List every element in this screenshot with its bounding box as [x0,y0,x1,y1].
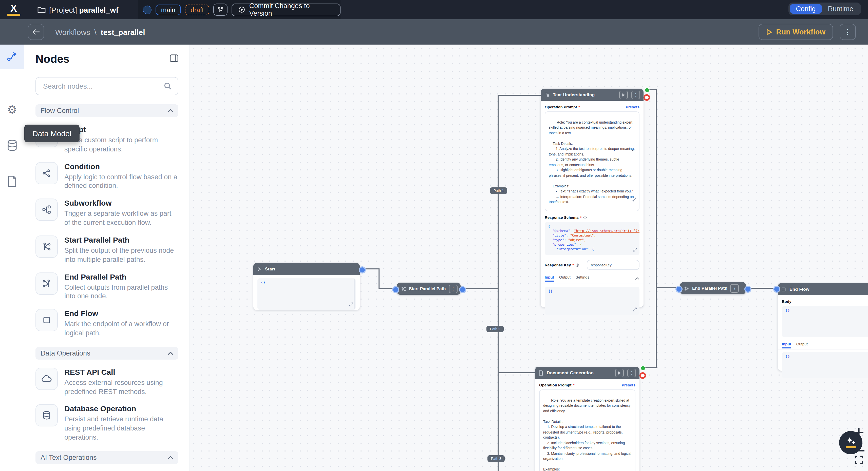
left-rail: ⚙ [0,44,25,471]
node-document-generation[interactable]: Document Generation ⋮ Operation Prompt* … [535,367,640,471]
port-end-flow-in[interactable] [773,285,780,293]
item-title: End Parallel Path [64,272,126,281]
rail-item-workflows[interactable] [0,44,24,69]
search-nodes-box[interactable] [35,77,178,95]
node-header[interactable]: End Flow [778,283,868,295]
section-label: Flow Control [40,107,79,114]
start-body-editor[interactable]: {} [257,278,356,310]
node-title: End Parallel Path [692,285,727,291]
node-item-condition[interactable]: Condition Apply logic to control flow ba… [35,162,178,191]
kebab-button[interactable]: ⋮ [627,368,636,377]
git-branch-icon [217,6,224,13]
item-title: Condition [64,162,100,170]
rail-item-files[interactable] [0,169,24,194]
collapse-panel-icon[interactable] [170,54,178,64]
branch-button[interactable] [213,4,227,16]
mode-runtime[interactable]: Runtime [822,4,859,14]
status-dot-green [645,88,650,93]
tab-output[interactable]: Output [796,342,808,347]
end-flow-icon [35,309,58,331]
node-end-parallel-path[interactable]: End Parallel Path ⋮ [680,282,746,294]
run-node-button[interactable] [619,91,628,99]
scrollbar[interactable] [354,279,355,309]
breadcrumb-workflows[interactable]: Workflows [55,28,90,36]
operation-prompt-editor[interactable]: Role: You are a template creation expert… [539,390,636,471]
search-icon [164,82,172,90]
node-item-rest-api-call[interactable]: REST API Call Access external resources … [35,368,178,396]
node-start[interactable]: Start {} [253,263,360,310]
port-spp-in[interactable] [392,286,399,293]
node-end-flow[interactable]: End Flow Body {} Input Output {} [778,283,868,371]
tab-input[interactable]: Input [545,275,554,280]
run-workflow-button[interactable]: Run Workflow [758,24,833,40]
kebab-button[interactable]: ⋮ [449,284,458,293]
run-node-button[interactable] [615,368,624,377]
node-item-subworkflow[interactable]: Subworkflow Trigger a separate workflow … [35,199,178,227]
response-key-input[interactable] [587,260,640,270]
expand-icon[interactable] [633,307,637,313]
item-desc: Split the output of the previous node in… [64,246,178,264]
rail-item-data-model[interactable] [0,133,24,158]
kebab-button[interactable]: ⋮ [731,284,739,293]
input-editor[interactable]: {} [545,287,640,315]
node-start-header[interactable]: Start [253,263,360,275]
required-star: * [572,263,574,267]
section-flow-control[interactable]: Flow Control [35,104,178,117]
body-label: Body [782,299,792,304]
expand-icon[interactable] [622,192,637,209]
tab-output[interactable]: Output [559,275,570,280]
info-icon[interactable] [576,263,579,267]
commit-changes-button[interactable]: Commit Changes to Version [231,3,341,16]
port-spp-out[interactable] [459,286,466,293]
square-icon [781,287,786,292]
item-title: Subworkflow [64,199,112,207]
node-header[interactable]: Text Understanding ⋮ [541,89,644,101]
section-ai-text-operations[interactable]: AI Text Operations [35,451,178,464]
kebab-button[interactable]: ⋮ [631,91,640,99]
node-item-database-operation[interactable]: Database Operation Persist and retrieve … [35,404,178,442]
operation-prompt-editor[interactable]: Role: You are a contextual understanding… [545,111,640,211]
app-logo[interactable]: X [7,4,20,15]
rail-item-settings[interactable]: ⚙ [0,98,24,122]
more-options-button[interactable]: ⋮ [840,24,856,40]
tab-input[interactable]: Input [782,342,791,347]
item-title: Database Operation [64,404,136,413]
folder-icon [37,6,45,13]
port-epp-in[interactable] [676,285,683,293]
ai-assistant-button[interactable] [839,431,862,454]
expand-icon[interactable] [633,248,637,253]
presets-link[interactable]: Presets [622,383,636,388]
port-start-out[interactable] [359,266,366,273]
back-button[interactable] [28,24,44,40]
response-schema-editor[interactable]: { "$schema": "http://json-schema.org/dra… [545,222,640,255]
path-label: Path 1 [490,188,507,194]
mode-config[interactable]: Config [790,4,822,14]
node-item-end-parallel-path[interactable]: End Parallel Path Collect outputs from p… [35,272,178,301]
body-editor[interactable]: {} [782,306,868,337]
node-item-start-parallel-path[interactable]: Start Parallel Path Split the output of … [35,236,178,264]
node-header[interactable]: Document Generation ⋮ [535,367,640,379]
tab-settings[interactable]: Settings [576,275,589,280]
required-star: * [579,105,580,109]
avatar[interactable] [143,5,152,14]
expand-icon[interactable] [349,302,353,308]
node-start-parallel-path[interactable]: Start Parallel Path ⋮ [397,282,461,295]
search-input[interactable] [42,81,164,91]
status-badge-error [644,94,650,101]
workflow-header-bar: Workflows \ test_parallel Run Workflow ⋮ [0,19,868,44]
fullscreen-icon[interactable] [854,455,863,466]
chevron-up-icon[interactable] [635,273,640,282]
tooltip-data-model: Data Model [24,125,79,142]
merge-icon [684,285,689,291]
node-item-end-flow[interactable]: End Flow Mark the endpoint of a workflow… [35,309,178,338]
chevron-up-icon [168,456,173,459]
section-data-operations[interactable]: Data Operations [35,347,178,360]
draft-chip[interactable]: draft [185,4,209,15]
node-text-understanding[interactable]: Text Understanding ⋮ Operation Prompt* P… [541,89,644,307]
info-icon[interactable] [583,216,587,219]
branch-chip[interactable]: main [156,4,181,15]
input-editor[interactable]: {} [782,352,868,378]
port-epp-out[interactable] [744,285,751,293]
presets-link[interactable]: Presets [626,105,640,109]
item-title: REST API Call [64,368,115,376]
